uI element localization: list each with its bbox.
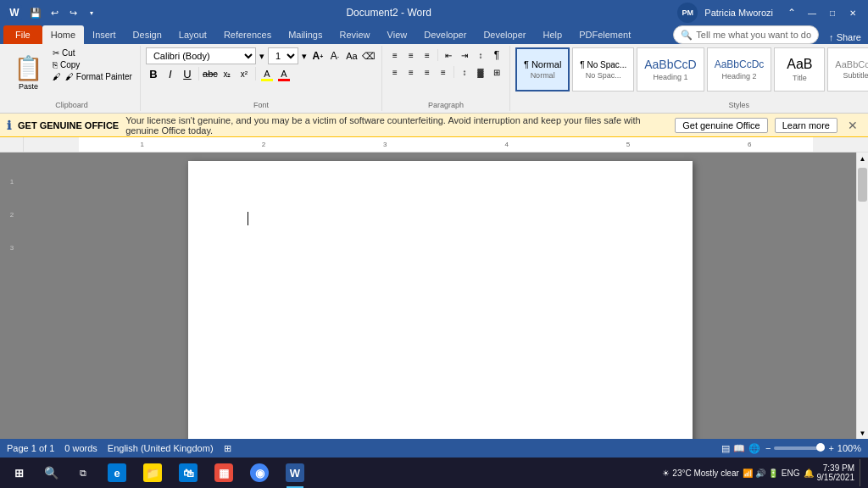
tab-layout[interactable]: Layout [170, 25, 215, 44]
borders-btn[interactable]: ⊞ [489, 64, 504, 80]
justify-btn[interactable]: ≡ [436, 64, 451, 80]
scroll-thumb[interactable] [858, 168, 867, 202]
search-btn[interactable]: 🔍 [36, 458, 66, 488]
tab-design[interactable]: Design [125, 25, 170, 44]
font-color-btn[interactable]: A [276, 66, 292, 81]
align-left-btn[interactable]: ≡ [387, 64, 403, 80]
scroll-down-btn[interactable]: ▼ [857, 427, 868, 439]
weather-info[interactable]: ☀ 23°C Mostly clear [662, 469, 738, 478]
tab-developer[interactable]: Developer [415, 25, 475, 44]
close-btn[interactable]: ✕ [844, 4, 861, 21]
style-heading2[interactable]: AaBbCcDc Heading 2 [707, 47, 772, 92]
get-genuine-btn[interactable]: Get genuine Office [675, 118, 768, 133]
center-btn[interactable]: ≡ [403, 64, 419, 80]
strikethrough-btn[interactable]: abc [203, 66, 218, 81]
style-normal[interactable]: ¶ Normal Normal [515, 47, 570, 92]
clear-format-btn[interactable]: ⌫ [361, 48, 376, 64]
increase-font-size-btn[interactable]: A+ [310, 48, 326, 64]
numbering-btn[interactable]: ≡ [403, 47, 419, 63]
align-right-btn[interactable]: ≡ [420, 64, 435, 80]
text-highlight-btn[interactable]: A [259, 66, 275, 81]
ruler-main: 1 2 3 4 5 6 [24, 137, 868, 152]
learn-more-btn[interactable]: Learn more [775, 118, 837, 133]
doc-scroll-area[interactable] [24, 152, 856, 439]
style-title[interactable]: AaB Title [774, 47, 825, 92]
undo-btn[interactable]: ↩ [46, 4, 63, 21]
style-heading1[interactable]: AaBbCcD Heading 1 [637, 47, 704, 92]
superscript-btn[interactable]: x² [236, 66, 252, 81]
word-app[interactable]: W [278, 458, 312, 488]
tab-references[interactable]: References [215, 25, 280, 44]
start-btn[interactable]: ⊞ [3, 458, 34, 488]
shading-btn[interactable]: ▓ [473, 64, 488, 80]
tab-view[interactable]: View [379, 25, 416, 44]
edge-icon: e [108, 463, 126, 482]
bold-btn[interactable]: B [146, 66, 161, 81]
store-icon: 🛍 [179, 463, 198, 482]
format-painter-btn[interactable]: 🖌 🖌 Format Painter [50, 71, 135, 82]
edge-app[interactable]: e [100, 458, 134, 488]
scroll-up-btn[interactable]: ▲ [857, 152, 868, 164]
bullets-btn[interactable]: ≡ [387, 47, 403, 63]
font-size-selector[interactable]: 11 [268, 47, 298, 64]
copy-btn[interactable]: ⎘ Copy [50, 59, 135, 70]
network-icon[interactable]: 📶 [743, 469, 753, 478]
maximize-btn[interactable]: □ [824, 4, 841, 21]
zoom-out-btn[interactable]: − [765, 443, 771, 453]
share-btn[interactable]: ↑ Share [829, 32, 861, 42]
red-app[interactable]: ▦ [207, 458, 241, 488]
notification-close-btn[interactable]: ✕ [844, 119, 861, 132]
battery-icon[interactable]: 🔋 [768, 469, 778, 478]
line-spacing-btn[interactable]: ↕ [457, 64, 472, 80]
tab-mailings[interactable]: Mailings [280, 25, 331, 44]
font-size-dropdown[interactable]: ▾ [300, 51, 309, 62]
explorer-app[interactable]: 📁 [136, 458, 170, 488]
quick-access: 💾 ↩ ↪ ▾ [27, 4, 100, 21]
tab-pdfelement[interactable]: PDFelement [570, 25, 639, 44]
sort-btn[interactable]: ↕ [473, 47, 488, 63]
user-badge[interactable]: PM [677, 3, 698, 23]
paste-btn[interactable]: 📋 Paste [8, 47, 48, 97]
zoom-in-btn[interactable]: + [828, 443, 833, 453]
show-desktop-btn[interactable] [860, 459, 865, 486]
task-view-btn[interactable]: ⧉ [68, 458, 98, 488]
store-app[interactable]: 🛍 [171, 458, 205, 488]
tab-help[interactable]: Help [535, 25, 571, 44]
style-no-spacing[interactable]: ¶ No Spac... No Spac... [572, 47, 634, 92]
decrease-indent-btn[interactable]: ⇤ [441, 47, 456, 63]
customize-qa-btn[interactable]: ▾ [83, 4, 100, 21]
print-layout-btn[interactable]: ▤ [721, 443, 730, 454]
tab-insert[interactable]: Insert [84, 25, 125, 44]
italic-btn[interactable]: I [163, 66, 178, 81]
notification-bell[interactable]: 🔔 [804, 469, 814, 478]
tab-home[interactable]: Home [42, 25, 84, 44]
subscript-btn[interactable]: x₂ [220, 66, 235, 81]
doc-page[interactable] [188, 161, 693, 439]
change-case-btn[interactable]: Aa [344, 48, 359, 64]
chrome-app[interactable]: ◉ [242, 458, 276, 488]
show-marks-btn[interactable]: ¶ [489, 47, 504, 63]
tab-review[interactable]: Review [331, 25, 379, 44]
ribbon-display-btn[interactable]: ⌃ [783, 4, 800, 21]
save-quick-btn[interactable]: 💾 [27, 4, 44, 21]
minimize-btn[interactable]: — [804, 4, 821, 21]
font-family-selector[interactable]: Calibri (Body) [146, 47, 256, 64]
increase-indent-btn[interactable]: ⇥ [457, 47, 472, 63]
multilevel-btn[interactable]: ≡ [420, 47, 435, 63]
cut-btn[interactable]: ✂ Cut [50, 47, 135, 58]
read-mode-btn[interactable]: 📖 [733, 443, 745, 454]
para-divider1 [437, 49, 438, 61]
decrease-font-size-btn[interactable]: A- [327, 48, 342, 64]
web-layout-btn[interactable]: 🌐 [748, 443, 760, 454]
tab-file[interactable]: File [3, 25, 42, 44]
redo-btn[interactable]: ↪ [64, 4, 81, 21]
tell-me-bar[interactable]: 🔍 Tell me what you want to do [673, 25, 819, 44]
font-family-dropdown[interactable]: ▾ [258, 51, 266, 62]
style-subtitle[interactable]: AaBbCcD Subtitle [827, 47, 868, 92]
tab-developer2[interactable]: Developer [475, 25, 534, 44]
scroll-track[interactable] [857, 164, 868, 427]
volume-icon[interactable]: 🔊 [755, 469, 765, 478]
underline-btn[interactable]: U [180, 66, 195, 81]
zoom-slider[interactable] [774, 446, 825, 450]
language-indicator[interactable]: ENG [782, 469, 800, 478]
